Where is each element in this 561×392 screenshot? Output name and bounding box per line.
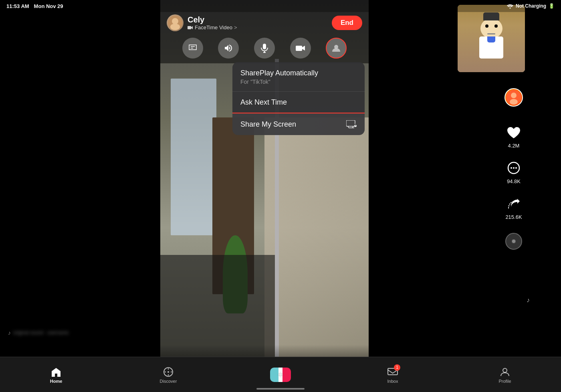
svg-rect-6 xyxy=(296,46,302,51)
like-count: 4.2M xyxy=(508,143,520,149)
speaker-button[interactable] xyxy=(218,38,239,59)
svg-rect-4 xyxy=(188,26,191,29)
share-count: 215.6K xyxy=(505,214,522,220)
home-label: Home xyxy=(50,379,63,384)
svg-point-0 xyxy=(510,7,511,8)
menu-item-share-screen[interactable]: Share My Screen xyxy=(232,113,365,135)
like-button[interactable]: 4.2M xyxy=(505,124,522,149)
menu-item-ask-next[interactable]: Ask Next Time xyxy=(232,92,365,113)
svg-point-18 xyxy=(167,371,169,373)
music-note-right: ♪ xyxy=(527,297,530,304)
phone-screen: Cely FaceTime Video > End xyxy=(160,0,369,392)
author-avatar-button[interactable] xyxy=(504,88,523,107)
camera-button[interactable] xyxy=(290,38,311,59)
bottom-navigation: Home Discover 1 Inbox xyxy=(0,357,561,392)
share-icon xyxy=(505,196,522,212)
svg-point-16 xyxy=(515,167,517,169)
mute-button[interactable] xyxy=(254,38,275,59)
svg-point-3 xyxy=(170,24,180,30)
inbox-label: Inbox xyxy=(387,379,398,384)
caller-avatar xyxy=(167,14,184,31)
discover-icon xyxy=(163,366,174,377)
nav-discover[interactable]: Discover xyxy=(112,366,224,384)
status-bar: 11:53 AM Mon Nov 29 Not Charging 🔋 xyxy=(0,0,561,12)
menu-item-shareplay-subtitle: For "TikTok" xyxy=(240,79,318,85)
call-type-label: FaceTime Video xyxy=(195,24,232,30)
comment-icon xyxy=(505,160,522,177)
share-screen-icon xyxy=(346,120,357,129)
right-interactions: 4.2M 94.8K 215.6K xyxy=(504,88,523,250)
message-button[interactable] xyxy=(182,38,203,59)
wifi-icon xyxy=(507,3,513,9)
svg-point-20 xyxy=(503,368,507,372)
caller-name: Cely xyxy=(188,15,237,24)
svg-point-14 xyxy=(511,167,512,169)
discover-label: Discover xyxy=(160,379,177,384)
comment-count: 94.8K xyxy=(507,178,521,184)
comment-button[interactable]: 94.8K xyxy=(505,160,522,184)
left-panel: ♪ original sound · username xyxy=(0,0,160,392)
heart-icon xyxy=(505,124,522,141)
profile-icon xyxy=(500,366,510,377)
end-call-button[interactable]: End xyxy=(332,16,362,30)
svg-rect-8 xyxy=(346,120,355,126)
music-note-icon: ♪ xyxy=(8,329,11,336)
add-content-button[interactable] xyxy=(270,368,291,382)
nav-add[interactable] xyxy=(224,368,337,382)
svg-rect-5 xyxy=(263,44,266,49)
date-display: Mon Nov 29 xyxy=(34,3,63,9)
profile-label: Profile xyxy=(498,379,511,384)
ask-next-label: Ask Next Time xyxy=(240,98,287,107)
svg-point-2 xyxy=(172,18,178,24)
svg-point-11 xyxy=(511,93,517,98)
video-fade xyxy=(160,345,369,357)
share-screen-label: Share My Screen xyxy=(240,120,296,129)
nav-inbox[interactable]: 1 Inbox xyxy=(337,366,449,384)
shareplay-button[interactable] xyxy=(326,38,347,59)
nav-profile[interactable]: Profile xyxy=(449,366,561,384)
sound-label: original sound · username xyxy=(13,330,69,335)
facetime-label: FaceTime Video > xyxy=(188,24,237,30)
home-icon xyxy=(51,366,61,377)
music-disc-button[interactable] xyxy=(505,233,522,250)
battery-icon: 🔋 xyxy=(549,3,555,9)
time-display: 11:53 AM xyxy=(6,3,29,9)
music-disc xyxy=(505,233,522,250)
author-avatar xyxy=(504,88,523,107)
home-indicator xyxy=(256,388,305,390)
battery-label: Not Charging xyxy=(516,3,546,9)
shareplay-dropdown: SharePlay Automatically For "TikTok" Ask… xyxy=(232,62,365,135)
menu-item-shareplay-auto[interactable]: SharePlay Automatically For "TikTok" xyxy=(232,62,365,92)
svg-point-15 xyxy=(513,167,515,169)
share-button[interactable]: 215.6K xyxy=(505,196,522,220)
homer-thumbnail xyxy=(458,5,525,72)
inbox-badge-container: 1 xyxy=(387,366,398,377)
menu-item-shareplay-title: SharePlay Automatically xyxy=(240,69,318,78)
nav-home[interactable]: Home xyxy=(0,366,112,384)
call-controls xyxy=(167,36,362,60)
svg-point-12 xyxy=(510,99,518,105)
inbox-badge: 1 xyxy=(394,364,400,371)
right-panel: 4.2M 94.8K 215.6K xyxy=(369,0,561,392)
